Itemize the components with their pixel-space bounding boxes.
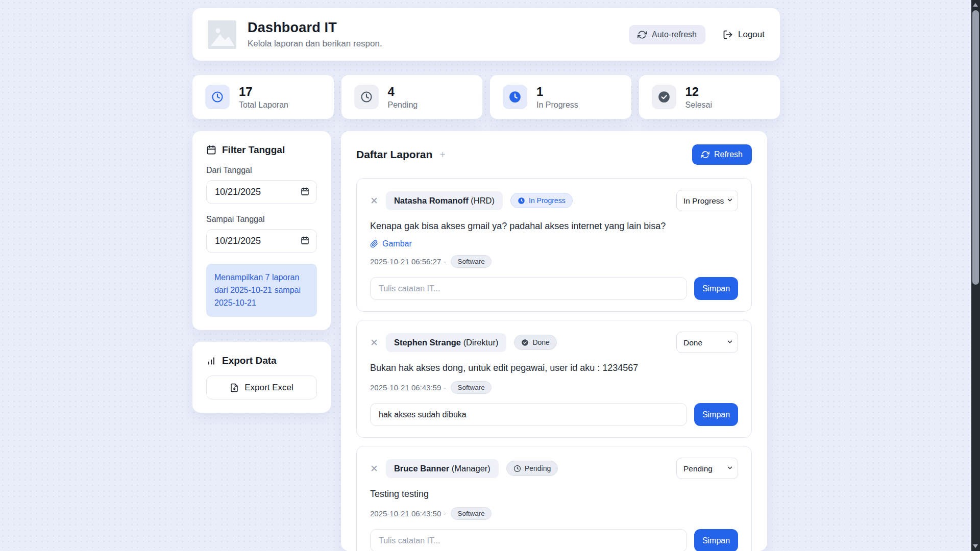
to-date-input[interactable] xyxy=(215,236,308,246)
clock-filled-icon xyxy=(518,197,525,205)
header: Dashboard IT Kelola laporan dan berikan … xyxy=(192,8,780,61)
dashboard-page: Dashboard IT Kelola laporan dan berikan … xyxy=(0,0,980,551)
refresh-button[interactable]: Refresh xyxy=(692,144,752,165)
check-circle-icon xyxy=(521,339,529,346)
stat-pending: 4 Pending xyxy=(341,75,483,119)
auto-refresh-label: Auto-refresh xyxy=(652,30,697,39)
report-timestamp: 2025-10-21 06:43:50 - xyxy=(370,509,446,518)
reporter-pill: Stephen Strange (Direktur) xyxy=(386,333,506,352)
from-date-label: Dari Tanggal xyxy=(206,166,317,175)
from-date-input[interactable] xyxy=(215,187,308,197)
it-note-input[interactable] xyxy=(370,403,687,426)
scroll-down-icon[interactable] xyxy=(973,544,978,548)
category-badge: Software xyxy=(451,507,491,520)
to-date-label: Sampai Tanggal xyxy=(206,215,317,224)
close-icon[interactable]: ✕ xyxy=(370,338,378,347)
status-label: Done xyxy=(532,338,549,346)
stat-value: 1 xyxy=(536,85,578,99)
status-select[interactable]: In Progress xyxy=(676,190,738,211)
calendar-icon[interactable] xyxy=(301,187,309,196)
logout-icon xyxy=(723,30,733,40)
reporter-name: Stephen Strange xyxy=(394,338,461,347)
calendar-icon[interactable] xyxy=(301,236,309,245)
status-select-wrap: Done xyxy=(676,332,738,353)
reporter-pill: Bruce Banner (Manager) xyxy=(386,459,499,478)
filter-tanggal-card: Filter Tanggal Dari Tanggal Sampai Tangg… xyxy=(192,131,331,330)
stat-label: Pending xyxy=(388,101,418,110)
filter-summary: Menampilkan 7 laporan dari 2025-10-21 sa… xyxy=(206,264,317,317)
stat-value: 12 xyxy=(685,85,712,99)
close-icon[interactable]: ✕ xyxy=(370,464,378,473)
refresh-icon xyxy=(638,30,647,39)
logout-label: Logout xyxy=(738,30,765,40)
report-timestamp: 2025-10-21 06:43:59 - xyxy=(370,383,446,392)
auto-refresh-button[interactable]: Auto-refresh xyxy=(629,25,705,44)
it-note-input[interactable] xyxy=(370,529,687,551)
paperclip-icon xyxy=(370,240,378,248)
stat-in-progress: 1 In Progress xyxy=(490,75,631,119)
reporter-role: (Direktur) xyxy=(463,338,499,347)
refresh-icon xyxy=(701,151,709,159)
reporter-name: Bruce Banner xyxy=(394,464,449,473)
clock-icon xyxy=(513,465,521,472)
report-card: ✕ Natasha Romanoff (HRD) In Progress xyxy=(356,178,752,312)
page-scrollbar[interactable] xyxy=(971,0,980,551)
save-button[interactable]: Simpan xyxy=(694,403,738,426)
calendar-icon xyxy=(206,145,216,155)
stat-selesai: 12 Selesai xyxy=(639,75,780,119)
app-logo-image-placeholder-icon xyxy=(208,20,236,49)
status-label: In Progress xyxy=(529,196,566,205)
report-card: ✕ Stephen Strange (Direktur) Done xyxy=(356,320,752,438)
stat-value: 17 xyxy=(239,85,288,99)
category-badge: Software xyxy=(451,381,491,394)
logout-button[interactable]: Logout xyxy=(723,30,765,40)
close-icon[interactable]: ✕ xyxy=(370,196,378,206)
daftar-laporan-panel: Daftar Laporan + Refresh ✕ Natasha Roman… xyxy=(341,131,767,551)
status-badge: Pending xyxy=(506,461,558,476)
reporter-role: (Manager) xyxy=(452,464,491,473)
bar-chart-icon xyxy=(206,356,216,366)
scrollbar-thumb[interactable] xyxy=(972,10,979,285)
stat-label: Total Laporan xyxy=(239,101,288,110)
stats-row: 17 Total Laporan 4 Pending xyxy=(192,75,780,119)
status-label: Pending xyxy=(525,464,551,472)
export-data-card: Export Data Export Excel xyxy=(192,342,331,413)
reporter-role: (HRD) xyxy=(471,196,495,205)
status-select[interactable]: Pending xyxy=(676,458,738,479)
check-circle-icon xyxy=(652,85,676,109)
filter-title: Filter Tanggal xyxy=(222,144,285,156)
it-note-input[interactable] xyxy=(370,277,687,300)
report-message: Testing testing xyxy=(370,489,738,499)
from-date-field[interactable] xyxy=(206,180,317,204)
export-excel-button[interactable]: Export Excel xyxy=(206,375,317,399)
reporter-pill: Natasha Romanoff (HRD) xyxy=(386,191,503,210)
stat-total-laporan: 17 Total Laporan xyxy=(192,75,334,119)
report-message: Kenapa gak bisa akses gmail ya? padahal … xyxy=(370,221,738,232)
report-message: Bukan hak akses dong, untuk edit pegawai… xyxy=(370,363,738,373)
report-timestamp: 2025-10-21 06:56:27 - xyxy=(370,257,446,266)
stat-label: In Progress xyxy=(536,101,578,110)
to-date-field[interactable] xyxy=(206,229,317,253)
stat-value: 4 xyxy=(388,85,418,99)
list-title: Daftar Laporan xyxy=(356,148,432,161)
scroll-up-icon[interactable] xyxy=(973,3,978,7)
save-button[interactable]: Simpan xyxy=(694,529,738,551)
attachment-label: Gambar xyxy=(382,239,412,248)
attachment-link[interactable]: Gambar xyxy=(370,239,412,248)
category-badge: Software xyxy=(451,255,491,268)
status-select-wrap: In Progress xyxy=(676,190,738,211)
sidebar: Filter Tanggal Dari Tanggal Sampai Tangg… xyxy=(192,131,331,424)
status-badge: In Progress xyxy=(510,193,573,208)
clock-icon xyxy=(354,85,379,109)
page-title: Dashboard IT xyxy=(248,20,382,36)
clock-icon xyxy=(205,85,230,109)
reporter-name: Natasha Romanoff xyxy=(394,196,469,205)
status-select[interactable]: Done xyxy=(676,332,738,353)
export-excel-label: Export Excel xyxy=(244,383,293,393)
refresh-label: Refresh xyxy=(714,150,743,159)
add-report-plus-icon[interactable]: + xyxy=(439,149,446,161)
save-button[interactable]: Simpan xyxy=(694,277,738,300)
stat-label: Selesai xyxy=(685,101,712,110)
export-title: Export Data xyxy=(222,355,277,366)
page-subtitle: Kelola laporan dan berikan respon. xyxy=(248,39,382,49)
